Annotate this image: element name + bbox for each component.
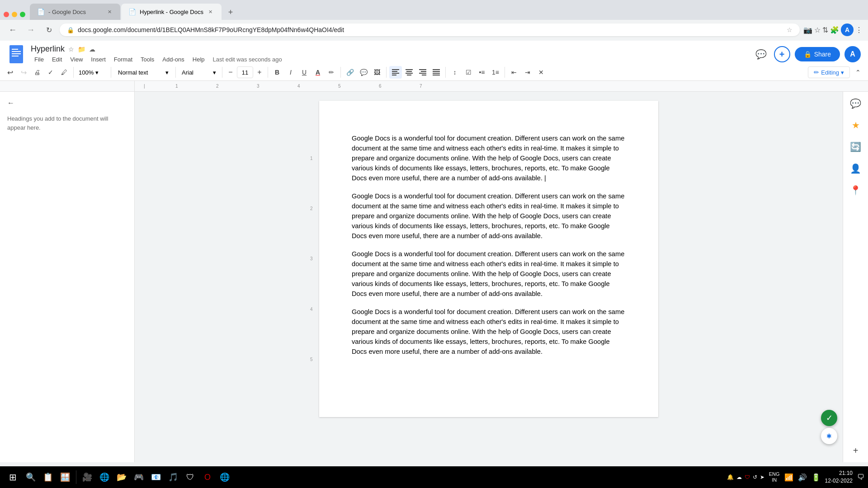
text-color-button[interactable]: A xyxy=(311,66,324,79)
profile-avatar[interactable]: A xyxy=(841,23,854,36)
menu-help[interactable]: Help xyxy=(189,55,208,64)
add-panel-icon[interactable]: + xyxy=(848,442,864,459)
menu-insert[interactable]: Insert xyxy=(87,55,109,64)
wifi-icon[interactable]: 📶 xyxy=(784,473,793,482)
taskbar-chrome[interactable]: 🌐 xyxy=(217,469,233,485)
menu-file[interactable]: File xyxy=(31,55,47,64)
font-size-increase[interactable]: + xyxy=(254,66,265,79)
cloud-icon[interactable]: ☁ xyxy=(89,46,95,53)
notification-tray-icon[interactable]: 🔔 xyxy=(727,474,734,480)
comment-button[interactable]: 💬 xyxy=(357,66,370,79)
battery-icon[interactable]: 🔋 xyxy=(811,473,821,482)
back-button[interactable]: ← xyxy=(5,23,20,37)
clear-format-button[interactable]: ✕ xyxy=(535,66,547,79)
taskbar-mail[interactable]: 📧 xyxy=(148,469,164,485)
line-spacing-button[interactable]: ↕ xyxy=(448,66,461,79)
reload-button[interactable]: ↻ xyxy=(42,23,56,37)
taskbar-multitasking[interactable]: 🪟 xyxy=(57,469,73,485)
image-button[interactable]: 🖼 xyxy=(371,66,383,79)
menu-addons[interactable]: Add-ons xyxy=(159,55,188,64)
taskbar-widgets[interactable]: 📋 xyxy=(40,469,56,485)
tab-inactive[interactable]: 📄 - Google Docs ✕ xyxy=(30,4,120,20)
underline-button[interactable]: U xyxy=(298,66,311,79)
font-size-input[interactable] xyxy=(237,66,253,78)
new-tab-button[interactable]: + xyxy=(224,7,237,20)
taskbar-xbox[interactable]: 🎮 xyxy=(131,469,147,485)
chat-icon[interactable]: 💬 xyxy=(753,46,769,62)
taskbar-search[interactable]: 🔍 xyxy=(23,469,39,485)
redo-button[interactable]: ↪ xyxy=(17,66,30,79)
tab-close-2[interactable]: ✕ xyxy=(207,8,214,15)
font-select[interactable]: Arial ▾ xyxy=(179,66,219,79)
numbered-list-button[interactable]: 1≡ xyxy=(489,66,502,79)
style-select[interactable]: Normal text ▾ xyxy=(114,66,173,79)
menu-edit[interactable]: Edit xyxy=(48,55,66,64)
floating-action-button[interactable]: ✱ xyxy=(821,428,837,444)
maps-icon[interactable]: 📍 xyxy=(848,182,864,198)
folder-move-icon[interactable]: 📁 xyxy=(78,46,85,53)
share-button[interactable]: 🔒 Share xyxy=(795,47,840,61)
cloud-tray-icon[interactable]: ☁ xyxy=(736,474,742,480)
paint-format-button[interactable]: 🖊 xyxy=(58,66,71,79)
paragraph-1[interactable]: Google Docs is a wonderful tool for docu… xyxy=(352,133,626,183)
puzzle-icon[interactable]: 🧩 xyxy=(830,26,839,34)
taskbar-teams[interactable]: 🎥 xyxy=(79,469,95,485)
indent-more-button[interactable]: ⇥ xyxy=(521,66,534,79)
user-icon[interactable]: 👤 xyxy=(848,160,864,177)
collapse-toolbar-button[interactable]: ⌃ xyxy=(852,66,864,79)
add-comment-button[interactable]: + xyxy=(774,46,790,62)
paragraph-4[interactable]: Google Docs is a wonderful tool for docu… xyxy=(352,307,626,357)
link-button[interactable]: 🔗 xyxy=(344,66,356,79)
zoom-select[interactable]: 100% ▾ xyxy=(76,66,108,79)
minimize-btn[interactable] xyxy=(12,12,17,17)
font-size-decrease[interactable]: − xyxy=(225,66,236,79)
star-icon[interactable]: ☆ xyxy=(68,46,74,53)
security-tray-icon[interactable]: 🛡 xyxy=(745,474,750,480)
notification-center-button[interactable]: 🗨 xyxy=(857,473,864,481)
bold-button[interactable]: B xyxy=(271,66,283,79)
paragraph-3[interactable]: Google Docs is a wonderful tool for docu… xyxy=(352,249,626,299)
taskbar-office[interactable]: O xyxy=(199,469,216,485)
sync-status-indicator[interactable]: ✓ xyxy=(821,410,837,426)
align-right-button[interactable] xyxy=(416,66,429,79)
back-to-outline-button[interactable]: ← xyxy=(7,99,127,107)
maximize-btn[interactable] xyxy=(20,12,25,17)
docs-profile-avatar[interactable]: A xyxy=(844,46,861,62)
update-tray-icon[interactable]: ↺ xyxy=(753,474,757,480)
forward-button[interactable]: → xyxy=(24,23,38,37)
tab-active[interactable]: 📄 Hyperlink - Google Docs ✕ xyxy=(121,4,222,20)
windows-start-button[interactable]: ⊞ xyxy=(4,468,22,486)
print-button[interactable]: 🖨 xyxy=(31,66,43,79)
taskbar-explorer[interactable]: 📂 xyxy=(113,469,130,485)
align-center-button[interactable] xyxy=(403,66,415,79)
menu-icon[interactable]: ⋮ xyxy=(855,26,863,34)
align-justify-button[interactable] xyxy=(430,66,443,79)
italic-button[interactable]: I xyxy=(284,66,297,79)
menu-tools[interactable]: Tools xyxy=(137,55,158,64)
address-bar[interactable]: 🔒 docs.google.com/document/d/1BELQ0AHMnS… xyxy=(60,23,800,36)
undo-button[interactable]: ↩ xyxy=(4,66,16,79)
bookmark-star-icon[interactable]: ☆ xyxy=(814,26,821,34)
bullets-button[interactable]: •≡ xyxy=(476,66,488,79)
activity-icon[interactable]: 🔄 xyxy=(848,139,864,155)
paragraph-2[interactable]: Google Docs is a wonderful tool for docu… xyxy=(352,191,626,241)
language-indicator[interactable]: ENG IN xyxy=(769,471,780,483)
menu-format[interactable]: Format xyxy=(110,55,136,64)
location-tray-icon[interactable]: ➤ xyxy=(760,474,764,480)
notification-icon[interactable]: ★ xyxy=(848,117,864,133)
menu-view[interactable]: View xyxy=(66,55,86,64)
indent-less-button[interactable]: ⇤ xyxy=(508,66,520,79)
editing-badge[interactable]: ✏ Editing ▾ xyxy=(808,66,850,78)
sync-icon[interactable]: ⇅ xyxy=(822,26,828,34)
taskbar-security[interactable]: 🛡 xyxy=(182,469,198,485)
comments-panel-icon[interactable]: 💬 xyxy=(848,95,864,112)
align-left-button[interactable] xyxy=(389,66,402,79)
highlight-button[interactable]: ✏ xyxy=(325,66,338,79)
capture-icon[interactable]: 📷 xyxy=(803,26,812,34)
spelling-button[interactable]: ✓ xyxy=(44,66,57,79)
tab-close-1[interactable]: ✕ xyxy=(106,8,113,15)
volume-icon[interactable]: 🔊 xyxy=(798,473,807,482)
close-btn[interactable] xyxy=(4,12,9,17)
document-page[interactable]: 1 2 3 4 5 Google Docs is a wonderful too… xyxy=(319,101,658,417)
datetime-display[interactable]: 21:10 12-02-2022 xyxy=(825,469,853,485)
